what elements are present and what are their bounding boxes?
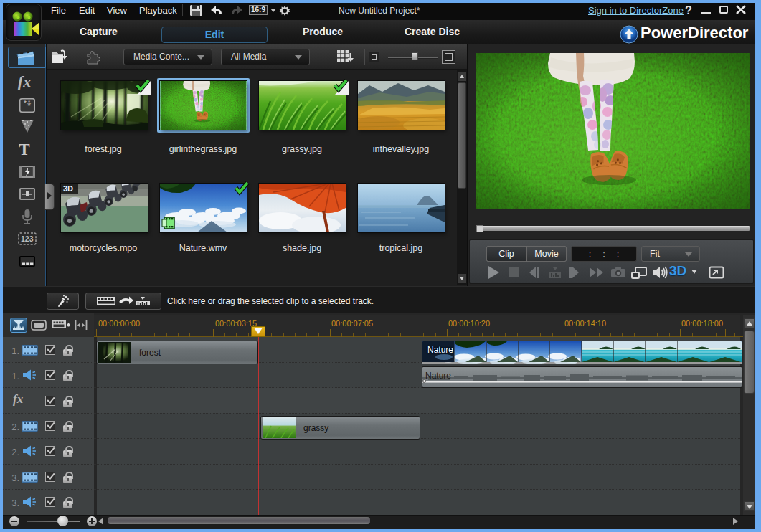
svg-text:3D: 3D [63, 184, 73, 193]
svg-text:*: * [28, 99, 30, 105]
svg-text:*: * [24, 100, 27, 108]
svg-text:123: 123 [21, 234, 34, 243]
